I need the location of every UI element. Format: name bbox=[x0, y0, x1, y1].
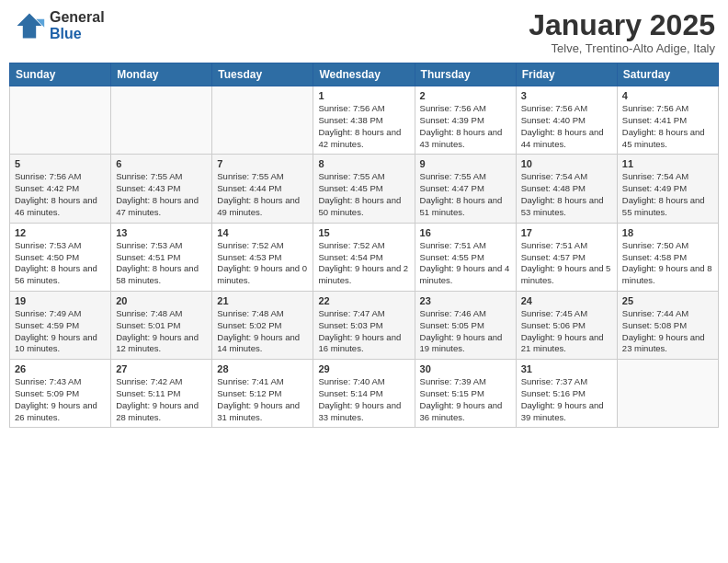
title-block: January 2025 Telve, Trentino-Alto Adige,… bbox=[529, 9, 715, 55]
calendar-cell bbox=[617, 360, 718, 428]
day-number: 20 bbox=[116, 295, 207, 306]
day-number: 6 bbox=[116, 158, 207, 169]
location: Telve, Trentino-Alto Adige, Italy bbox=[529, 41, 715, 55]
calendar-cell: 29Sunrise: 7:40 AMSunset: 5:14 PMDayligh… bbox=[313, 360, 415, 428]
calendar-cell: 16Sunrise: 7:51 AMSunset: 4:55 PMDayligh… bbox=[415, 223, 516, 291]
calendar-cell: 11Sunrise: 7:54 AMSunset: 4:49 PMDayligh… bbox=[617, 155, 718, 223]
calendar-week-4: 19Sunrise: 7:49 AMSunset: 4:59 PMDayligh… bbox=[10, 291, 719, 359]
day-number: 19 bbox=[15, 295, 106, 306]
day-number: 7 bbox=[217, 158, 308, 169]
day-number: 18 bbox=[622, 227, 713, 238]
day-number: 12 bbox=[15, 227, 106, 238]
calendar-cell: 22Sunrise: 7:47 AMSunset: 5:03 PMDayligh… bbox=[313, 291, 415, 359]
day-info: Sunrise: 7:50 AMSunset: 4:58 PMDaylight:… bbox=[622, 240, 713, 287]
day-info: Sunrise: 7:48 AMSunset: 5:02 PMDaylight:… bbox=[217, 308, 308, 355]
day-info: Sunrise: 7:56 AMSunset: 4:42 PMDaylight:… bbox=[15, 171, 106, 218]
day-number: 10 bbox=[521, 158, 612, 169]
calendar-week-1: 1Sunrise: 7:56 AMSunset: 4:38 PMDaylight… bbox=[10, 86, 719, 155]
day-number: 30 bbox=[420, 363, 511, 374]
day-info: Sunrise: 7:49 AMSunset: 4:59 PMDaylight:… bbox=[15, 308, 106, 355]
calendar-cell: 6Sunrise: 7:55 AMSunset: 4:43 PMDaylight… bbox=[111, 155, 212, 223]
calendar-cell: 27Sunrise: 7:42 AMSunset: 5:11 PMDayligh… bbox=[111, 360, 212, 428]
day-info: Sunrise: 7:42 AMSunset: 5:11 PMDaylight:… bbox=[116, 376, 207, 423]
calendar-cell: 31Sunrise: 7:37 AMSunset: 5:16 PMDayligh… bbox=[516, 360, 617, 428]
day-info: Sunrise: 7:44 AMSunset: 5:08 PMDaylight:… bbox=[622, 308, 713, 355]
weekday-header-tuesday: Tuesday bbox=[212, 63, 313, 86]
calendar-cell: 30Sunrise: 7:39 AMSunset: 5:15 PMDayligh… bbox=[415, 360, 516, 428]
day-info: Sunrise: 7:55 AMSunset: 4:45 PMDaylight:… bbox=[318, 171, 409, 218]
calendar-cell: 8Sunrise: 7:55 AMSunset: 4:45 PMDaylight… bbox=[313, 155, 415, 223]
day-info: Sunrise: 7:53 AMSunset: 4:51 PMDaylight:… bbox=[116, 240, 207, 287]
weekday-header-saturday: Saturday bbox=[617, 63, 718, 86]
logo-general: General bbox=[50, 9, 105, 26]
calendar-header-row: SundayMondayTuesdayWednesdayThursdayFrid… bbox=[10, 63, 719, 86]
weekday-header-wednesday: Wednesday bbox=[313, 63, 415, 86]
calendar-cell: 7Sunrise: 7:55 AMSunset: 4:44 PMDaylight… bbox=[212, 155, 313, 223]
day-info: Sunrise: 7:47 AMSunset: 5:03 PMDaylight:… bbox=[318, 308, 409, 355]
calendar-cell: 5Sunrise: 7:56 AMSunset: 4:42 PMDaylight… bbox=[10, 155, 111, 223]
calendar-cell bbox=[10, 86, 111, 155]
day-number: 24 bbox=[521, 295, 612, 306]
day-info: Sunrise: 7:43 AMSunset: 5:09 PMDaylight:… bbox=[15, 376, 106, 423]
day-info: Sunrise: 7:56 AMSunset: 4:39 PMDaylight:… bbox=[420, 103, 511, 150]
day-info: Sunrise: 7:45 AMSunset: 5:06 PMDaylight:… bbox=[521, 308, 612, 355]
calendar-cell bbox=[111, 86, 212, 155]
day-number: 11 bbox=[622, 158, 713, 169]
day-info: Sunrise: 7:54 AMSunset: 4:49 PMDaylight:… bbox=[622, 171, 713, 218]
day-info: Sunrise: 7:52 AMSunset: 4:54 PMDaylight:… bbox=[318, 240, 409, 287]
day-number: 4 bbox=[622, 90, 713, 101]
day-info: Sunrise: 7:51 AMSunset: 4:57 PMDaylight:… bbox=[521, 240, 612, 287]
day-info: Sunrise: 7:55 AMSunset: 4:44 PMDaylight:… bbox=[217, 171, 308, 218]
calendar-cell: 20Sunrise: 7:48 AMSunset: 5:01 PMDayligh… bbox=[111, 291, 212, 359]
calendar-cell: 23Sunrise: 7:46 AMSunset: 5:05 PMDayligh… bbox=[415, 291, 516, 359]
day-info: Sunrise: 7:39 AMSunset: 5:15 PMDaylight:… bbox=[420, 376, 511, 423]
calendar-cell: 10Sunrise: 7:54 AMSunset: 4:48 PMDayligh… bbox=[516, 155, 617, 223]
month-title: January 2025 bbox=[529, 9, 715, 41]
calendar-table: SundayMondayTuesdayWednesdayThursdayFrid… bbox=[9, 63, 719, 428]
day-number: 28 bbox=[217, 363, 308, 374]
calendar-cell: 18Sunrise: 7:50 AMSunset: 4:58 PMDayligh… bbox=[617, 223, 718, 291]
calendar-page: General Blue January 2025 Telve, Trentin… bbox=[0, 0, 728, 563]
day-info: Sunrise: 7:56 AMSunset: 4:40 PMDaylight:… bbox=[521, 103, 612, 150]
day-number: 29 bbox=[318, 363, 409, 374]
day-number: 15 bbox=[318, 227, 409, 238]
calendar-week-3: 12Sunrise: 7:53 AMSunset: 4:50 PMDayligh… bbox=[10, 223, 719, 291]
day-info: Sunrise: 7:53 AMSunset: 4:50 PMDaylight:… bbox=[15, 240, 106, 287]
logo-blue: Blue bbox=[50, 26, 105, 42]
day-number: 13 bbox=[116, 227, 207, 238]
calendar-cell: 13Sunrise: 7:53 AMSunset: 4:51 PMDayligh… bbox=[111, 223, 212, 291]
calendar-cell: 25Sunrise: 7:44 AMSunset: 5:08 PMDayligh… bbox=[617, 291, 718, 359]
day-info: Sunrise: 7:48 AMSunset: 5:01 PMDaylight:… bbox=[116, 308, 207, 355]
day-info: Sunrise: 7:55 AMSunset: 4:43 PMDaylight:… bbox=[116, 171, 207, 218]
calendar-cell: 12Sunrise: 7:53 AMSunset: 4:50 PMDayligh… bbox=[10, 223, 111, 291]
day-info: Sunrise: 7:52 AMSunset: 4:53 PMDaylight:… bbox=[217, 240, 308, 287]
calendar-cell: 2Sunrise: 7:56 AMSunset: 4:39 PMDaylight… bbox=[415, 86, 516, 155]
day-number: 5 bbox=[15, 158, 106, 169]
calendar-cell: 4Sunrise: 7:56 AMSunset: 4:41 PMDaylight… bbox=[617, 86, 718, 155]
page-header: General Blue January 2025 Telve, Trentin… bbox=[9, 9, 719, 55]
calendar-cell: 3Sunrise: 7:56 AMSunset: 4:40 PMDaylight… bbox=[516, 86, 617, 155]
calendar-cell: 19Sunrise: 7:49 AMSunset: 4:59 PMDayligh… bbox=[10, 291, 111, 359]
calendar-cell: 15Sunrise: 7:52 AMSunset: 4:54 PMDayligh… bbox=[313, 223, 415, 291]
logo-text: General Blue bbox=[50, 9, 105, 41]
day-number: 1 bbox=[318, 90, 409, 101]
calendar-cell: 28Sunrise: 7:41 AMSunset: 5:12 PMDayligh… bbox=[212, 360, 313, 428]
day-number: 8 bbox=[318, 158, 409, 169]
day-info: Sunrise: 7:56 AMSunset: 4:38 PMDaylight:… bbox=[318, 103, 409, 150]
svg-marker-0 bbox=[17, 14, 42, 39]
day-number: 22 bbox=[318, 295, 409, 306]
day-number: 26 bbox=[15, 363, 106, 374]
day-number: 25 bbox=[622, 295, 713, 306]
day-info: Sunrise: 7:46 AMSunset: 5:05 PMDaylight:… bbox=[420, 308, 511, 355]
calendar-week-2: 5Sunrise: 7:56 AMSunset: 4:42 PMDaylight… bbox=[10, 155, 719, 223]
calendar-cell: 21Sunrise: 7:48 AMSunset: 5:02 PMDayligh… bbox=[212, 291, 313, 359]
calendar-cell bbox=[212, 86, 313, 155]
day-number: 16 bbox=[420, 227, 511, 238]
day-number: 9 bbox=[420, 158, 511, 169]
calendar-week-5: 26Sunrise: 7:43 AMSunset: 5:09 PMDayligh… bbox=[10, 360, 719, 428]
logo-icon bbox=[13, 9, 46, 42]
day-number: 17 bbox=[521, 227, 612, 238]
day-info: Sunrise: 7:40 AMSunset: 5:14 PMDaylight:… bbox=[318, 376, 409, 423]
calendar-cell: 14Sunrise: 7:52 AMSunset: 4:53 PMDayligh… bbox=[212, 223, 313, 291]
calendar-cell: 24Sunrise: 7:45 AMSunset: 5:06 PMDayligh… bbox=[516, 291, 617, 359]
